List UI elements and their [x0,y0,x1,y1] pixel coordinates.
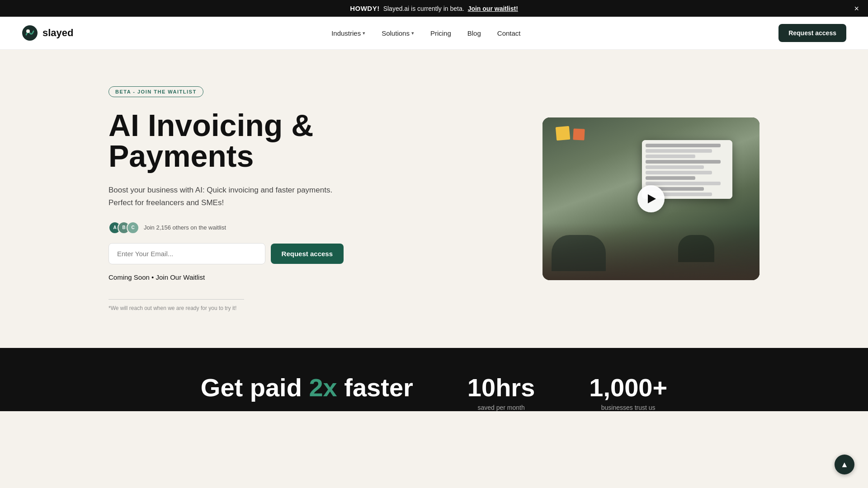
coming-soon-text: Coming Soon • Join Our Waitlist [108,273,344,281]
stat-item-hours: 10hrs saved per month [467,375,535,411]
nav-item-solutions[interactable]: Solutions ▾ [382,29,414,37]
hero-disclaimer: *We will reach out when we are ready for… [108,305,344,311]
waitlist-avatars: A B C [108,221,139,234]
stat-speed-value: Get paid 2x faster [201,375,413,400]
hero-title: AI Invoicing & Payments [108,110,344,171]
stats-row: Get paid 2x faster 10hrs saved per month… [108,375,760,411]
play-button[interactable] [637,185,665,212]
waitlist-count: Join 2,156 others on the waitlist [144,224,226,231]
stat-businesses-label: businesses trust us [589,404,667,411]
nav-item-blog[interactable]: Blog [467,29,481,37]
hero-content: BETA - JOIN THE WAITLIST AI Invoicing & … [108,86,344,311]
banner-message: Slayed.ai is currently in beta. [383,5,464,12]
hero-badge: BETA - JOIN THE WAITLIST [108,86,203,97]
hero-video [542,117,760,280]
stat-businesses-value: 1,000+ [589,375,667,400]
avatar-3: C [127,221,139,234]
hero-subtitle: Boost your business with AI: Quick invoi… [108,184,344,208]
email-input[interactable] [108,243,265,264]
stat-hours-value: 10hrs [467,375,535,400]
navbar: slayed Industries ▾ Solutions ▾ Pricing … [0,17,868,50]
banner-howdy: HOWDY! [350,5,380,12]
nav-item-contact[interactable]: Contact [497,29,521,37]
stat-hours-label: saved per month [467,404,535,411]
hero-form: Request access [108,243,344,264]
nav-item-industries[interactable]: Industries ▾ [331,29,365,37]
nav-links: Industries ▾ Solutions ▾ Pricing Blog Co… [331,29,520,37]
logo[interactable]: slayed [22,25,74,41]
hero-divider [108,299,244,300]
industries-chevron-icon: ▾ [363,30,365,36]
nav-item-pricing[interactable]: Pricing [430,29,451,37]
play-icon [648,194,656,203]
stat-item-speed: Get paid 2x faster [201,375,413,400]
navbar-cta-button[interactable]: Request access [778,24,846,42]
logo-icon [22,25,38,41]
banner-waitlist-link[interactable]: Join our waitlist! [468,5,518,12]
stats-section: Get paid 2x faster 10hrs saved per month… [0,348,868,411]
announcement-banner: HOWDY! Slayed.ai is currently in beta. J… [0,0,868,17]
video-thumbnail[interactable] [542,117,760,280]
stat-highlight: 2x [309,373,337,402]
stat-item-businesses: 1,000+ businesses trust us [589,375,667,411]
hero-section: BETA - JOIN THE WAITLIST AI Invoicing & … [0,50,868,348]
logo-text: slayed [42,27,74,39]
svg-point-1 [26,29,30,33]
hero-cta-button[interactable]: Request access [271,244,344,264]
banner-close-button[interactable]: × [854,5,859,13]
waitlist-info: A B C Join 2,156 others on the waitlist [108,221,344,234]
solutions-chevron-icon: ▾ [411,30,414,36]
